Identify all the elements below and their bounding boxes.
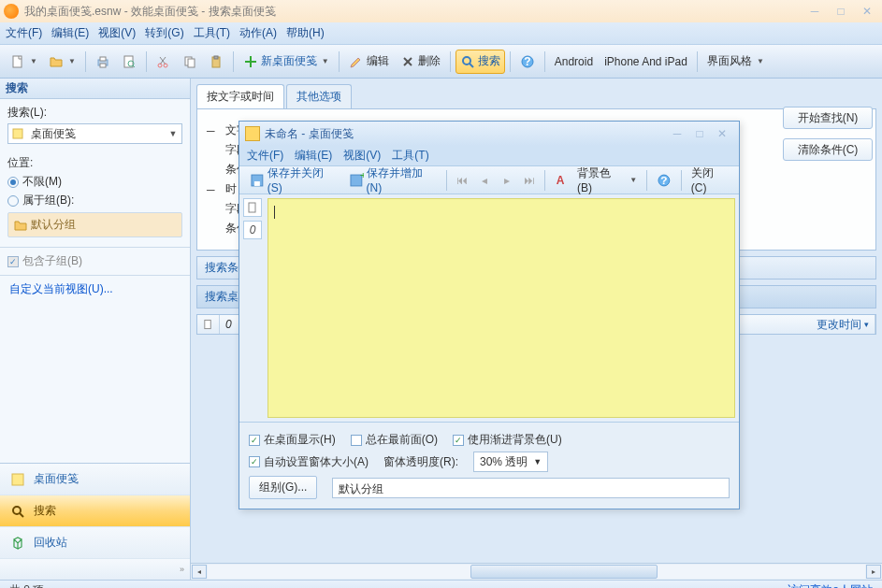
- search-combo[interactable]: 桌面便笺 ▼: [7, 123, 182, 144]
- cut-button[interactable]: [152, 50, 176, 74]
- android-button[interactable]: Android: [550, 50, 598, 74]
- scroll-right-icon[interactable]: ▸: [866, 565, 881, 579]
- nav-notes[interactable]: 桌面便笺: [0, 464, 190, 495]
- style-button[interactable]: 界面风格▼: [702, 50, 769, 74]
- scroll-thumb[interactable]: [470, 565, 658, 579]
- modal-menu-view[interactable]: 视图(V): [343, 148, 381, 164]
- attach-tab-icon[interactable]: 0: [243, 221, 262, 239]
- website-link[interactable]: 访问高效e人网站: [788, 582, 873, 588]
- location-label: 位置:: [7, 155, 182, 171]
- font-button[interactable]: A: [550, 168, 571, 193]
- tab-text-time[interactable]: 按文字或时间: [196, 84, 284, 108]
- group-box[interactable]: 默认分组: [7, 212, 182, 237]
- col-doc[interactable]: [197, 315, 220, 334]
- group-button[interactable]: 组别(G)...: [249, 476, 317, 499]
- next-button[interactable]: ▸: [497, 168, 517, 193]
- nav-search[interactable]: 搜索: [0, 495, 190, 527]
- clear-cond-button[interactable]: 清除条件(C): [783, 138, 873, 161]
- svg-rect-3: [100, 64, 106, 67]
- modal-sidebar: 0: [243, 198, 264, 418]
- menu-help[interactable]: 帮助(H): [286, 25, 325, 41]
- svg-point-19: [463, 57, 470, 65]
- modal-menu-file[interactable]: 文件(F): [247, 148, 283, 164]
- preview-button[interactable]: [117, 50, 141, 74]
- h-scrollbar[interactable]: ◂ ▸: [191, 563, 882, 580]
- modal-help-button[interactable]: ?: [652, 168, 676, 193]
- close-tab-button[interactable]: 关闭(C): [687, 168, 733, 193]
- app-icon: [4, 4, 19, 19]
- edit-label: 编辑: [367, 53, 389, 69]
- search-panel-header: 搜索: [0, 79, 190, 99]
- menu-view[interactable]: 视图(V): [98, 25, 136, 41]
- modal-menu-tools[interactable]: 工具(T): [392, 148, 428, 164]
- tab-other[interactable]: 其他选项: [286, 84, 352, 108]
- close-button[interactable]: ✕: [856, 4, 878, 19]
- open-button[interactable]: ▼: [44, 50, 80, 74]
- nav-collapse[interactable]: »: [0, 559, 190, 580]
- first-button[interactable]: ⏮: [452, 168, 472, 193]
- save-add-button[interactable]: +保存并增加(N): [344, 168, 441, 193]
- paste-button[interactable]: [204, 50, 228, 74]
- search-combo-text: 桌面便笺: [27, 126, 165, 142]
- menu-tools[interactable]: 工具(T): [194, 25, 230, 41]
- auto-size-checkbox[interactable]: ✓自动设置窗体大小(A): [249, 454, 369, 470]
- new-doc-button[interactable]: ▼: [6, 50, 42, 74]
- radio-icon: [7, 177, 19, 188]
- svg-text:?: ?: [524, 55, 530, 68]
- note-icon: [8, 127, 27, 140]
- iphone-button[interactable]: iPhone And iPad: [600, 50, 692, 74]
- gradient-bg-checkbox[interactable]: ✓使用渐进背景色(U): [453, 432, 562, 448]
- save-close-button[interactable]: 保存并关闭(S): [245, 168, 342, 193]
- minimize-button[interactable]: ─: [803, 4, 826, 19]
- last-button[interactable]: ⏭: [519, 168, 540, 193]
- window-title: 我的桌面便笺.esnw - 效能桌面便笺 - 搜索桌面便笺: [24, 4, 803, 20]
- menu-goto[interactable]: 转到(G): [145, 25, 183, 41]
- doc-tab-icon[interactable]: [243, 198, 262, 217]
- prev-button[interactable]: ◂: [474, 168, 495, 193]
- modal-maximize-button[interactable]: □: [688, 126, 711, 141]
- maximize-button[interactable]: □: [830, 4, 852, 19]
- svg-rect-2: [100, 57, 106, 61]
- svg-rect-0: [13, 56, 22, 67]
- radio-unlimited[interactable]: 不限(M): [7, 174, 182, 190]
- modal-menu-edit[interactable]: 编辑(E): [295, 148, 332, 164]
- radio-group[interactable]: 属于组(B):: [7, 193, 182, 208]
- modal-close-button[interactable]: ✕: [711, 126, 733, 141]
- menu-file[interactable]: 文件(F): [6, 25, 42, 41]
- toolbar: ▼ ▼ 新桌面便笺▼ 编辑 删除 搜索 ? Android iPhone And…: [0, 45, 882, 79]
- item-count: 共 0 项: [9, 582, 44, 588]
- side-nav: 桌面便笺 搜索 回收站 »: [0, 463, 190, 580]
- delete-button[interactable]: 删除: [396, 50, 445, 74]
- note-textarea[interactable]: [267, 198, 735, 418]
- modal-menubar: 文件(F) 编辑(E) 视图(V) 工具(T): [239, 146, 739, 166]
- nav-recycle[interactable]: 回收站: [0, 527, 190, 559]
- always-top-checkbox[interactable]: 总在最前面(O): [351, 432, 438, 448]
- scroll-left-icon[interactable]: ◂: [192, 565, 207, 579]
- menubar: 文件(F) 编辑(E) 视图(V) 转到(G) 工具(T) 动作(A) 帮助(H…: [0, 22, 882, 45]
- custom-view-link[interactable]: 自定义当前视图(U)...: [0, 276, 190, 303]
- search-button[interactable]: 搜索: [455, 50, 505, 74]
- edit-button[interactable]: 编辑: [344, 50, 394, 74]
- opacity-select[interactable]: 30% 透明▼: [473, 452, 548, 472]
- menu-action[interactable]: 动作(A): [239, 25, 277, 41]
- menu-edit[interactable]: 编辑(E): [51, 25, 89, 41]
- new-note-label: 新桌面便笺: [261, 53, 317, 69]
- chevron-down-icon: ▼: [165, 129, 181, 138]
- copy-button[interactable]: [178, 50, 202, 74]
- svg-point-25: [13, 507, 21, 514]
- group-text[interactable]: 默认分组: [332, 478, 730, 498]
- search-label: 搜索: [478, 53, 500, 69]
- print-button[interactable]: [91, 50, 115, 74]
- attachment-icon: 0: [225, 318, 232, 331]
- modal-toolbar: 保存并关闭(S) +保存并增加(N) ⏮ ◂ ▸ ⏭ A 背景色(B)▼ ? 关…: [239, 166, 739, 194]
- start-search-button[interactable]: 开始查找(N): [783, 107, 873, 129]
- note-icon: [9, 471, 26, 488]
- show-desktop-checkbox[interactable]: ✓在桌面显示(H): [249, 432, 336, 448]
- help-button[interactable]: ?: [515, 50, 540, 74]
- modal-titlebar[interactable]: 未命名 - 桌面便笺 ─ □ ✕: [239, 122, 739, 146]
- bgcolor-button[interactable]: 背景色(B)▼: [572, 168, 642, 193]
- modal-minimize-button[interactable]: ─: [666, 126, 688, 141]
- titlebar: 我的桌面便笺.esnw - 效能桌面便笺 - 搜索桌面便笺 ─ □ ✕: [0, 0, 882, 22]
- new-note-button[interactable]: 新桌面便笺▼: [239, 50, 334, 74]
- radio-icon: [7, 195, 19, 207]
